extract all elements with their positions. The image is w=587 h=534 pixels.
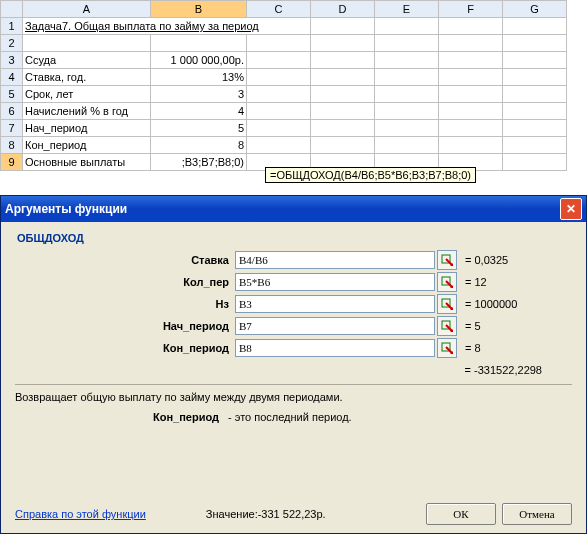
cell[interactable] xyxy=(375,137,439,154)
row-header[interactable]: 1 xyxy=(1,18,23,35)
cell[interactable] xyxy=(247,137,311,154)
cell[interactable] xyxy=(247,69,311,86)
grid-row: 3Ссуда1 000 000,00р. xyxy=(1,52,567,69)
cell[interactable] xyxy=(311,137,375,154)
cell[interactable] xyxy=(439,18,503,35)
spreadsheet-grid[interactable]: A B C D E F G 1Задача7. Общая выплата по… xyxy=(0,0,567,171)
cell[interactable] xyxy=(503,120,567,137)
cell[interactable] xyxy=(247,35,311,52)
cell[interactable]: ;B3;B7;B8;0) xyxy=(151,154,247,171)
col-header-c[interactable]: C xyxy=(247,1,311,18)
cell[interactable] xyxy=(375,120,439,137)
cell[interactable] xyxy=(439,52,503,69)
grid-row: 5Срок, лет3 xyxy=(1,86,567,103)
cell[interactable] xyxy=(439,120,503,137)
col-header-a[interactable]: A xyxy=(23,1,151,18)
cell[interactable]: Ссуда xyxy=(23,52,151,69)
grid-row: 6Начислений % в год4 xyxy=(1,103,567,120)
cell[interactable] xyxy=(311,52,375,69)
cell[interactable]: Ставка, год. xyxy=(23,69,151,86)
cell[interactable]: 3 xyxy=(151,86,247,103)
cell[interactable] xyxy=(311,18,375,35)
cell[interactable] xyxy=(247,52,311,69)
row-header[interactable]: 8 xyxy=(1,137,23,154)
cell[interactable] xyxy=(247,120,311,137)
cell[interactable]: Нач_период xyxy=(23,120,151,137)
corner-cell[interactable] xyxy=(1,1,23,18)
cell[interactable]: Начислений % в год xyxy=(23,103,151,120)
cell[interactable] xyxy=(151,35,247,52)
cell[interactable]: Кон_период xyxy=(23,137,151,154)
cell[interactable] xyxy=(439,103,503,120)
cell[interactable] xyxy=(247,86,311,103)
grid-row: 2 xyxy=(1,35,567,52)
row-header[interactable]: 9 xyxy=(1,154,23,171)
cell[interactable] xyxy=(503,69,567,86)
cell[interactable] xyxy=(311,103,375,120)
grid-row: 8Кон_период8 xyxy=(1,137,567,154)
cell[interactable]: Срок, лет xyxy=(23,86,151,103)
cell[interactable] xyxy=(375,35,439,52)
col-header-e[interactable]: E xyxy=(375,1,439,18)
cell[interactable] xyxy=(503,103,567,120)
cell[interactable] xyxy=(503,154,567,171)
cell[interactable] xyxy=(311,35,375,52)
cell[interactable]: Задача7. Общая выплата по займу за перио… xyxy=(23,18,311,35)
cell[interactable]: 5 xyxy=(151,120,247,137)
cell[interactable] xyxy=(503,35,567,52)
grid-row: 4Ставка, год.13% xyxy=(1,69,567,86)
cell[interactable] xyxy=(311,69,375,86)
col-header-d[interactable]: D xyxy=(311,1,375,18)
cell[interactable] xyxy=(439,86,503,103)
col-header-g[interactable]: G xyxy=(503,1,567,18)
column-header-row: A B C D E F G xyxy=(1,1,567,18)
cell[interactable] xyxy=(375,18,439,35)
cell[interactable] xyxy=(439,137,503,154)
grid-row: 1Задача7. Общая выплата по займу за пери… xyxy=(1,18,567,35)
col-header-f[interactable]: F xyxy=(439,1,503,18)
row-header[interactable]: 6 xyxy=(1,103,23,120)
col-header-b[interactable]: B xyxy=(151,1,247,18)
cell[interactable] xyxy=(247,103,311,120)
row-header[interactable]: 4 xyxy=(1,69,23,86)
cell[interactable] xyxy=(375,103,439,120)
cell[interactable] xyxy=(439,35,503,52)
cell[interactable] xyxy=(503,18,567,35)
cell[interactable]: Основные выплаты xyxy=(23,154,151,171)
row-header[interactable]: 5 xyxy=(1,86,23,103)
row-header[interactable]: 2 xyxy=(1,35,23,52)
cell[interactable] xyxy=(503,52,567,69)
cell[interactable] xyxy=(23,35,151,52)
cell[interactable] xyxy=(375,69,439,86)
cell[interactable] xyxy=(311,120,375,137)
grid-row: 7Нач_период5 xyxy=(1,120,567,137)
cell[interactable]: 4 xyxy=(151,103,247,120)
cell[interactable] xyxy=(439,69,503,86)
row-header[interactable]: 7 xyxy=(1,120,23,137)
cell[interactable] xyxy=(375,86,439,103)
row-header[interactable]: 3 xyxy=(1,52,23,69)
cell[interactable] xyxy=(375,52,439,69)
cell[interactable]: 1 000 000,00р. xyxy=(151,52,247,69)
cell[interactable] xyxy=(311,86,375,103)
cell[interactable] xyxy=(503,86,567,103)
cell[interactable] xyxy=(503,137,567,154)
cell[interactable]: 8 xyxy=(151,137,247,154)
cell[interactable]: 13% xyxy=(151,69,247,86)
formula-tooltip: =ОБЩДОХОД(B4/B6;B5*B6;B3;B7;B8;0) xyxy=(265,167,476,171)
